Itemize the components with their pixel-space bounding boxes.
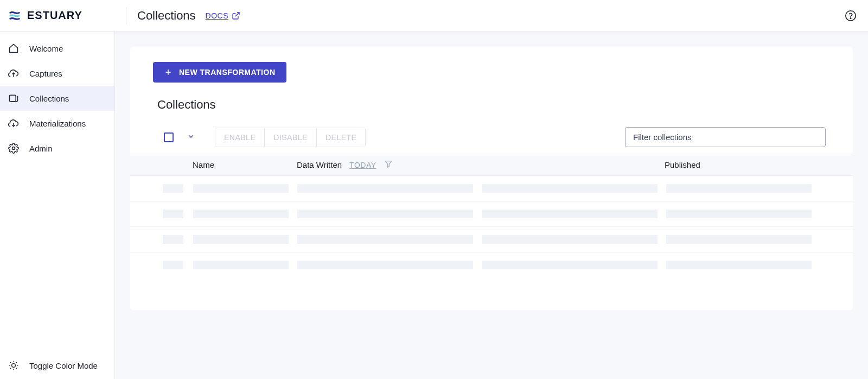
skeleton-placeholder [193,235,289,244]
sidebar-item-admin[interactable]: Admin [0,136,114,161]
cloud-upload-icon [8,67,20,79]
skeleton-placeholder [666,235,812,244]
content-area: NEW TRANSFORMATION Collections ENABLE DI… [115,31,868,379]
bulk-actions: ENABLE DISABLE DELETE [215,128,366,147]
section-title: Collections [157,98,853,112]
sidebar-item-label: Welcome [29,44,63,53]
sidebar-item-collections[interactable]: Collections [0,86,114,111]
skeleton-placeholder [163,261,183,269]
skeleton-placeholder [163,210,183,218]
svg-line-0 [235,12,239,16]
sidebar-item-label: Captures [29,69,62,78]
svg-line-14 [10,368,11,369]
table-row [130,252,853,277]
skeleton-placeholder [297,261,473,269]
svg-rect-4 [10,95,16,102]
help-icon [845,10,857,22]
brand-text: ESTUARY [27,9,82,22]
collections-card: NEW TRANSFORMATION Collections ENABLE DI… [130,47,853,310]
cloud-download-icon [8,117,20,129]
skeleton-placeholder [193,184,289,193]
filter-input[interactable] [625,127,826,147]
sidebar-item-label: Collections [29,94,69,103]
database-icon [8,92,20,104]
table-row [130,176,853,201]
docs-link[interactable]: DOCS [206,11,240,20]
sidebar-item-materializations[interactable]: Materializations [0,111,114,136]
toggle-color-label: Toggle Color Mode [29,361,98,370]
table-header: Name Data Written TODAY Published [130,154,853,176]
column-data-written: Data Written TODAY [297,160,481,170]
skeleton-placeholder [297,210,473,218]
svg-line-11 [16,368,17,369]
sidebar-item-label: Admin [29,144,53,153]
table-row [130,201,853,227]
docs-link-label: DOCS [206,11,228,20]
new-transformation-label: NEW TRANSFORMATION [179,68,276,77]
plus-icon [164,68,173,77]
enable-button[interactable]: ENABLE [215,128,264,147]
svg-marker-18 [385,161,392,167]
toggle-color-mode[interactable]: Toggle Color Mode [0,352,114,379]
chevron-down-icon [187,132,195,141]
today-filter[interactable]: TODAY [349,161,376,169]
skeleton-placeholder [666,261,812,269]
skeleton-placeholder [482,261,658,269]
svg-point-1 [846,10,856,20]
topbar: ESTUARY Collections DOCS [0,0,868,31]
svg-point-2 [850,17,851,18]
external-link-icon [232,11,240,20]
sidebar-item-welcome[interactable]: Welcome [0,36,114,61]
skeleton-placeholder [193,210,289,218]
new-transformation-button[interactable]: NEW TRANSFORMATION [153,62,286,83]
skeleton-placeholder [482,235,658,244]
sidebar-item-label: Materializations [29,119,86,128]
sidebar: Welcome Captures Collections [0,31,115,379]
skeleton-placeholder [297,235,473,244]
skeleton-placeholder [482,184,658,193]
estuary-logo-icon [9,10,21,22]
skeleton-placeholder [297,184,473,193]
svg-point-6 [12,147,15,150]
column-data-written-label[interactable]: Data Written [297,160,342,169]
svg-line-15 [16,362,17,363]
skeleton-placeholder [666,210,812,218]
filter-icon[interactable] [384,160,393,170]
gear-icon [8,142,20,154]
sun-icon [8,359,20,371]
column-published[interactable]: Published [665,160,773,169]
skeleton-placeholder [193,261,289,269]
skeleton-placeholder [666,184,812,193]
table-row [130,227,853,252]
skeleton-placeholder [163,184,183,193]
sidebar-item-captures[interactable]: Captures [0,61,114,86]
skeleton-placeholder [163,235,183,244]
select-all-checkbox[interactable] [164,132,174,142]
svg-line-10 [10,362,11,363]
topbar-divider [126,7,126,24]
svg-point-7 [12,364,16,368]
help-button[interactable] [842,7,859,24]
skeleton-placeholder [482,210,658,218]
column-name[interactable]: Name [193,160,297,169]
page-title: Collections [137,9,196,23]
brand-logo[interactable]: ESTUARY [9,9,115,22]
delete-button[interactable]: DELETE [316,128,365,147]
toolbar: ENABLE DISABLE DELETE [130,127,853,154]
home-icon [8,42,20,54]
disable-button[interactable]: DISABLE [264,128,316,147]
select-dropdown[interactable] [187,132,195,143]
